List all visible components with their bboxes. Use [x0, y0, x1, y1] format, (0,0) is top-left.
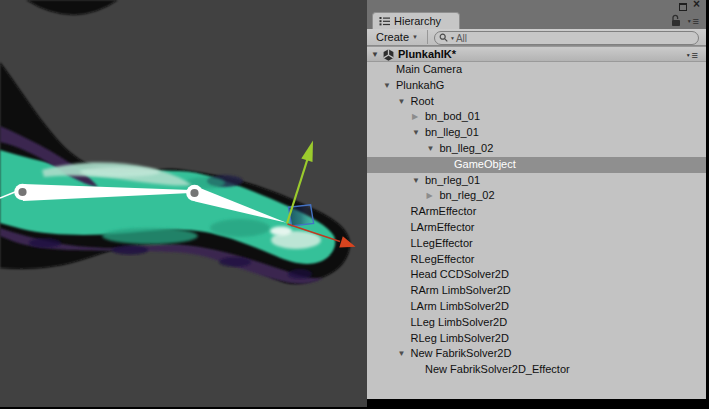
create-button[interactable]: Create ▼ [367, 29, 426, 45]
unity-editor: × Hierarchy [0, 0, 709, 409]
unity-logo-icon [382, 48, 395, 61]
tab-hierarchy[interactable]: Hierarchy [372, 12, 460, 29]
tree-row-label: bn_rleg_02 [440, 189, 495, 201]
tree-row-label: RArmEffector [411, 205, 477, 217]
tree-row[interactable]: Main Camera [367, 62, 706, 78]
tree-row-label: bn_rleg_01 [425, 174, 480, 186]
tree-row-label: RLegEffector [411, 253, 475, 265]
scene-title: PlunkahIK* [398, 48, 456, 60]
tree-row-label: bn_bod_01 [425, 110, 480, 122]
scene-header[interactable]: ▼ PlunkahIK* ▼ ≡ [367, 46, 706, 62]
joint-icon[interactable] [14, 184, 31, 201]
tree-row[interactable]: ▼bn_lleg_01 [367, 125, 706, 141]
tree-row[interactable]: RLeg LimbSolver2D [367, 331, 706, 347]
tree-row-label: LArmEffector [411, 221, 475, 233]
scene-menu-icon[interactable]: ▼ ≡ [686, 50, 698, 60]
tree-row[interactable]: Head CCDSolver2D [367, 267, 706, 283]
tree-row-label: New FabrikSolver2D_Effector [425, 363, 570, 375]
foldout-open-icon[interactable]: ▼ [398, 94, 411, 110]
foldout-open-icon[interactable]: ▼ [383, 78, 396, 94]
hierarchy-panel: × Hierarchy [367, 0, 709, 409]
tree-row[interactable]: ▼Root [367, 94, 706, 110]
tree-row-label: GameObject [454, 158, 516, 170]
caret-down-icon: ▼ [412, 34, 418, 40]
foldout-closed-icon[interactable]: ▶ [412, 109, 425, 125]
lock-icon[interactable] [671, 14, 681, 27]
tree-row[interactable]: LLeg LimbSolver2D [367, 315, 706, 331]
search-filter-caret-icon[interactable]: ▼ [450, 35, 455, 41]
scene-view[interactable] [0, 0, 367, 407]
tree-row[interactable]: LArm LimbSolver2D [367, 299, 706, 315]
menu-bars-icon: ≡ [693, 16, 699, 26]
toolbar-divider [427, 30, 428, 44]
hierarchy-tree: Main Camera▼PlunkahG▼Root▶bn_bod_01▼bn_l… [367, 62, 706, 399]
search-input[interactable]: ▼ All [434, 31, 699, 45]
tree-row-label: Main Camera [396, 63, 462, 75]
tree-row[interactable]: ▼bn_lleg_02 [367, 141, 706, 157]
sprite-blob [26, 0, 118, 15]
tree-row[interactable]: LArmEffector [367, 220, 706, 236]
caret-down-icon: ▼ [686, 52, 691, 58]
tree-row-label: RArm LimbSolver2D [411, 284, 511, 296]
search-icon [439, 33, 449, 43]
tree-row[interactable]: RArm LimbSolver2D [367, 283, 706, 299]
hierarchy-panel-body: × Hierarchy [367, 0, 706, 399]
tree-row-label: RLeg LimbSolver2D [411, 332, 509, 344]
tree-row[interactable]: RLegEffector [367, 252, 706, 268]
sprite-limb[interactable] [0, 62, 350, 284]
menu-bars-icon: ≡ [692, 50, 698, 60]
tree-row[interactable]: ▼PlunkahG [367, 78, 706, 94]
tree-row-label: Head CCDSolver2D [411, 268, 509, 280]
tree-row[interactable]: New FabrikSolver2D_Effector [367, 362, 706, 378]
create-button-label: Create [376, 31, 409, 43]
hierarchy-tab-icon [379, 16, 390, 26]
tree-row-label: LLeg LimbSolver2D [411, 316, 508, 328]
tree-row-label: PlunkahG [396, 79, 444, 91]
tree-row-label: New FabrikSolver2D [411, 347, 512, 359]
foldout-closed-icon[interactable]: ▶ [427, 188, 440, 204]
tab-label: Hierarchy [394, 15, 441, 27]
foldout-open-icon[interactable]: ▼ [371, 50, 379, 59]
tree-row-label: LLegEffector [411, 237, 473, 249]
tree-row[interactable]: LLegEffector [367, 236, 706, 252]
foldout-open-icon[interactable]: ▼ [427, 141, 440, 157]
foldout-open-icon[interactable]: ▼ [412, 125, 425, 141]
scene-canvas [0, 0, 367, 407]
caret-down-icon: ▼ [687, 18, 692, 24]
foldout-open-icon[interactable]: ▼ [412, 173, 425, 189]
search-filter-value: All [456, 33, 467, 44]
tree-row[interactable]: ▼New FabrikSolver2D [367, 346, 706, 362]
tree-row-label: bn_lleg_01 [425, 126, 479, 138]
tree-row[interactable]: ▶bn_bod_01 [367, 109, 706, 125]
tree-row[interactable]: GameObject [367, 157, 706, 173]
tree-row[interactable]: ▶bn_rleg_02 [367, 188, 706, 204]
tree-row-label: Root [411, 95, 434, 107]
maximize-icon[interactable] [679, 3, 687, 11]
tree-row[interactable]: RArmEffector [367, 204, 706, 220]
close-icon[interactable]: × [693, 0, 700, 10]
pane-menu-icon[interactable]: ▼ ≡ [687, 16, 699, 26]
joint-icon[interactable] [186, 185, 203, 202]
tree-row-label: bn_lleg_02 [440, 142, 494, 154]
tree-row-label: LArm LimbSolver2D [411, 300, 509, 312]
tab-strip: × Hierarchy [367, 0, 706, 29]
hierarchy-toolbar: Create ▼ ▼ All [367, 29, 706, 46]
foldout-open-icon[interactable]: ▼ [398, 346, 411, 362]
tree-row[interactable]: ▼bn_rleg_01 [367, 173, 706, 189]
